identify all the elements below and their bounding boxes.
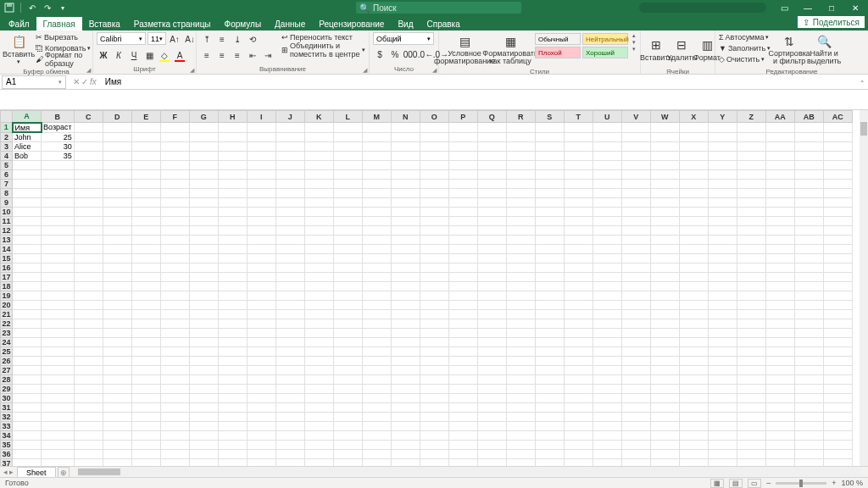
cell[interactable] [333, 160, 362, 169]
cell[interactable] [794, 300, 823, 309]
cell[interactable] [708, 169, 737, 179]
cell[interactable] [765, 402, 794, 412]
cell[interactable] [564, 253, 593, 263]
row-header[interactable]: 17 [1, 272, 13, 281]
cell[interactable] [362, 281, 391, 291]
cell[interactable] [103, 319, 131, 328]
fx-icon[interactable]: fx [90, 77, 97, 86]
cell[interactable] [593, 347, 621, 356]
tab-formulas[interactable]: Формулы [218, 17, 269, 30]
user-account[interactable] [639, 3, 766, 13]
fill-button[interactable]: ▼Заполнить▾ [719, 43, 771, 53]
cell[interactable] [823, 421, 852, 430]
comma-icon[interactable]: 000 [403, 47, 417, 61]
row-header[interactable]: 3 [1, 141, 13, 151]
cell[interactable] [621, 309, 650, 319]
cell[interactable] [275, 132, 304, 141]
cell[interactable] [794, 141, 823, 151]
style-normal[interactable]: Обычный [535, 33, 581, 45]
cell[interactable] [794, 160, 823, 169]
cell[interactable] [448, 141, 477, 151]
cell[interactable] [74, 216, 103, 225]
cell[interactable] [679, 421, 708, 430]
cell[interactable] [621, 319, 650, 328]
cell[interactable] [448, 319, 477, 328]
cell[interactable] [13, 337, 42, 347]
cell[interactable] [304, 374, 333, 384]
column-header[interactable]: P [448, 111, 477, 123]
cell[interactable] [448, 337, 477, 347]
cell[interactable] [304, 393, 333, 402]
cell[interactable] [708, 244, 737, 253]
cell[interactable] [737, 188, 765, 197]
cell[interactable] [679, 160, 708, 169]
cell[interactable] [823, 393, 852, 402]
cell[interactable] [621, 253, 650, 263]
cell[interactable] [823, 216, 852, 225]
tab-view[interactable]: Вид [391, 17, 420, 30]
cell[interactable] [13, 169, 42, 179]
cell[interactable] [275, 216, 304, 225]
cell[interactable]: 35 [42, 151, 75, 160]
cell[interactable] [247, 160, 275, 169]
cell[interactable] [304, 235, 333, 244]
cell[interactable] [304, 225, 333, 235]
cell[interactable] [823, 235, 852, 244]
cell[interactable] [765, 281, 794, 291]
cell[interactable] [304, 412, 333, 421]
cell[interactable] [362, 347, 391, 356]
cell[interactable] [535, 319, 564, 328]
cell[interactable] [708, 225, 737, 235]
cell[interactable] [679, 225, 708, 235]
column-header[interactable]: Y [708, 111, 737, 123]
cell[interactable]: Bob [13, 151, 42, 160]
cell[interactable] [420, 402, 448, 412]
cell[interactable] [218, 160, 247, 169]
cell[interactable] [564, 151, 593, 160]
cell[interactable] [794, 412, 823, 421]
cell[interactable] [621, 458, 650, 466]
cell[interactable] [650, 309, 679, 319]
cell[interactable] [362, 319, 391, 328]
cell[interactable] [737, 458, 765, 466]
cell[interactable] [650, 188, 679, 197]
cell[interactable] [189, 337, 218, 347]
cell[interactable] [362, 151, 391, 160]
row-header[interactable]: 15 [1, 253, 13, 263]
cell[interactable] [362, 430, 391, 440]
cell[interactable] [304, 430, 333, 440]
cell[interactable] [506, 207, 535, 216]
cell[interactable] [218, 207, 247, 216]
cell[interactable] [74, 225, 103, 235]
cell[interactable] [333, 225, 362, 235]
cell[interactable] [131, 151, 160, 160]
cell[interactable] [391, 300, 420, 309]
column-header[interactable]: K [304, 111, 333, 123]
cell[interactable] [448, 207, 477, 216]
cell[interactable] [333, 421, 362, 430]
cell[interactable] [304, 281, 333, 291]
cell[interactable] [391, 235, 420, 244]
cell[interactable] [160, 197, 189, 207]
cell[interactable] [650, 225, 679, 235]
cell[interactable] [448, 169, 477, 179]
minimize-icon[interactable]: — [797, 0, 819, 15]
cell[interactable] [275, 188, 304, 197]
cell[interactable] [420, 179, 448, 188]
cell[interactable] [794, 458, 823, 466]
cell[interactable] [593, 412, 621, 421]
cell[interactable] [535, 207, 564, 216]
cell[interactable] [650, 244, 679, 253]
cell[interactable] [13, 263, 42, 272]
cell[interactable] [765, 207, 794, 216]
cell[interactable] [737, 169, 765, 179]
cell[interactable] [506, 309, 535, 319]
cell[interactable] [391, 281, 420, 291]
cell[interactable] [333, 151, 362, 160]
column-header[interactable]: AA [765, 111, 794, 123]
cell[interactable] [218, 449, 247, 458]
cell[interactable] [131, 141, 160, 151]
cell[interactable] [765, 160, 794, 169]
cell[interactable] [506, 141, 535, 151]
cell[interactable] [362, 123, 391, 133]
